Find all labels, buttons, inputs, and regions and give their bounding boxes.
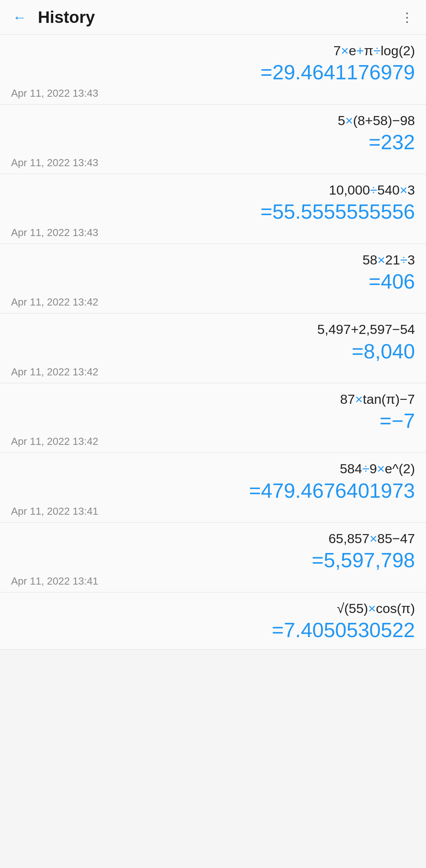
list-item[interactable]: 65,857×85−47 =5,597,798 Apr 11, 2022 13:… [0, 523, 426, 592]
list-item[interactable]: 584÷9×e^(2) =479.4676401973 Apr 11, 2022… [0, 453, 426, 523]
back-button[interactable]: ← [9, 7, 30, 28]
result: =29.4641176979 [11, 60, 415, 84]
history-list: 7×e+π÷log(2) =29.4641176979 Apr 11, 2022… [0, 35, 426, 650]
expression: √(55)×cos(π) [11, 600, 415, 617]
list-item[interactable]: 10,000÷540×3 =55.5555555556 Apr 11, 2022… [0, 174, 426, 244]
expression: 65,857×85−47 [11, 530, 415, 547]
timestamp: Apr 11, 2022 13:42 [11, 366, 415, 378]
back-icon: ← [13, 9, 27, 25]
result: =232 [11, 130, 415, 154]
list-item[interactable]: 87×tan(π)−7 =−7 Apr 11, 2022 13:42 [0, 383, 426, 453]
expression: 10,000÷540×3 [11, 181, 415, 199]
timestamp: Apr 11, 2022 13:43 [11, 87, 415, 99]
list-item[interactable]: 7×e+π÷log(2) =29.4641176979 Apr 11, 2022… [0, 35, 426, 105]
list-item[interactable]: √(55)×cos(π) =7.4050530522 [0, 592, 426, 650]
page-title: History [38, 8, 95, 27]
timestamp: Apr 11, 2022 13:42 [11, 435, 415, 448]
more-button[interactable]: ⋮ [398, 7, 417, 28]
header-left: ← History [9, 7, 95, 28]
timestamp: Apr 11, 2022 13:41 [11, 575, 415, 587]
timestamp: Apr 11, 2022 13:42 [11, 296, 415, 308]
expression: 7×e+π÷log(2) [11, 42, 415, 59]
list-item[interactable]: 58×21÷3 =406 Apr 11, 2022 13:42 [0, 244, 426, 314]
expression: 58×21÷3 [11, 251, 415, 268]
expression: 87×tan(π)−7 [11, 390, 415, 408]
result: =479.4676401973 [11, 478, 415, 503]
list-item[interactable]: 5×(8+58)−98 =232 Apr 11, 2022 13:43 [0, 105, 426, 174]
result: =7.4050530522 [11, 618, 415, 642]
result: =8,040 [11, 339, 415, 364]
result: =406 [11, 269, 415, 294]
expression: 5×(8+58)−98 [11, 112, 415, 129]
expression: 5,497+2,597−54 [11, 321, 415, 338]
more-icon: ⋮ [401, 10, 413, 24]
timestamp: Apr 11, 2022 13:43 [11, 157, 415, 169]
result: =−7 [11, 409, 415, 433]
list-item[interactable]: 5,497+2,597−54 =8,040 Apr 11, 2022 13:42 [0, 313, 426, 383]
app-container: ← History ⋮ 7×e+π÷log(2) =29.4641176979 … [0, 0, 426, 650]
result: =55.5555555556 [11, 199, 415, 224]
result: =5,597,798 [11, 548, 415, 572]
timestamp: Apr 11, 2022 13:43 [11, 227, 415, 239]
expression: 584÷9×e^(2) [11, 460, 415, 477]
header: ← History ⋮ [0, 0, 426, 35]
timestamp: Apr 11, 2022 13:41 [11, 505, 415, 517]
